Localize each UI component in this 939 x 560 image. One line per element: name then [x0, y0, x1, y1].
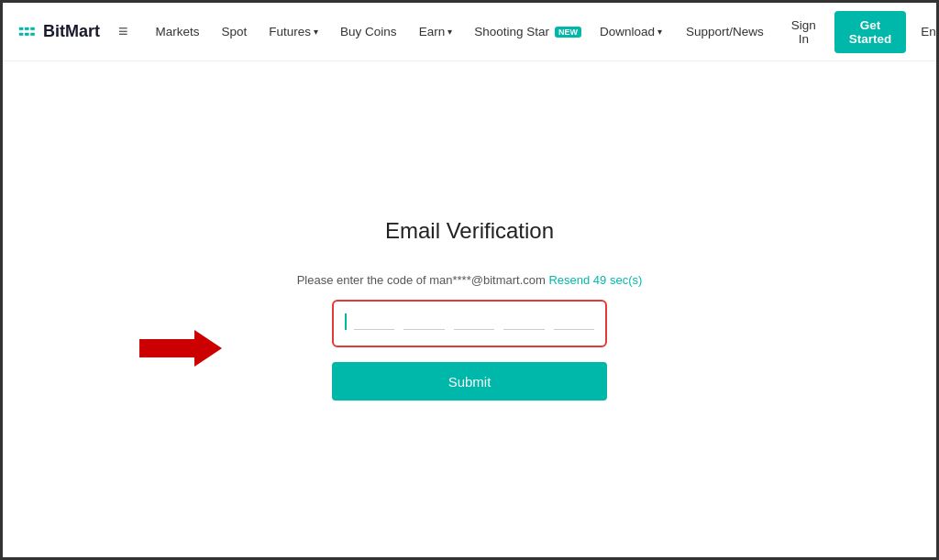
nav-item-earn[interactable]: Earn ▾	[410, 19, 462, 44]
code-dash-5	[554, 329, 594, 330]
language-selector[interactable]: English ▾	[911, 19, 939, 44]
navbar: 𝌅 BitMart ≡ Markets Spot Futures ▾ Buy C…	[3, 3, 936, 61]
cursor-indicator	[345, 313, 347, 330]
earn-chevron-icon: ▾	[447, 27, 452, 37]
hamburger-icon[interactable]: ≡	[118, 22, 128, 41]
verification-card: Email Verification Please enter the code…	[240, 218, 699, 401]
code-dash-2	[403, 329, 444, 330]
code-dash-3	[454, 329, 494, 330]
submit-button[interactable]: Submit	[332, 362, 607, 401]
logo-area: 𝌅 BitMart	[17, 20, 100, 44]
code-dash-4	[503, 329, 544, 330]
futures-chevron-icon: ▾	[314, 27, 318, 37]
code-input-inner	[345, 313, 594, 334]
instruction-text: Please enter the code of man****@bitmart…	[297, 273, 643, 287]
nav-item-futures[interactable]: Futures ▾	[260, 19, 327, 44]
download-chevron-icon: ▾	[657, 27, 662, 37]
nav-item-support[interactable]: Support/News	[677, 19, 773, 44]
main-content: Email Verification Please enter the code…	[3, 61, 936, 557]
nav-item-buy-coins[interactable]: Buy Coins	[331, 19, 406, 44]
nav-right: Download ▾ Support/News Sign In Get Star…	[591, 11, 939, 53]
code-dash-1	[354, 329, 394, 330]
get-started-button[interactable]: Get Started	[834, 11, 907, 53]
new-badge: NEW	[555, 27, 581, 38]
page-title: Email Verification	[385, 218, 554, 244]
nav-item-download[interactable]: Download ▾	[591, 19, 671, 44]
bitmart-logo-icon: 𝌅	[17, 20, 36, 44]
resend-link[interactable]: Resend 49 sec(s)	[548, 273, 642, 287]
code-input-box[interactable]	[332, 300, 607, 347]
nav-links: Markets Spot Futures ▾ Buy Coins Earn ▾ …	[147, 19, 591, 44]
code-dashes	[354, 329, 594, 330]
nav-item-shooting-star[interactable]: Shooting Star NEW	[465, 19, 591, 44]
sign-in-button[interactable]: Sign In	[779, 12, 829, 52]
logo-text[interactable]: BitMart	[43, 22, 100, 41]
red-arrow-icon	[139, 328, 222, 375]
nav-item-spot[interactable]: Spot	[213, 19, 257, 44]
nav-item-markets[interactable]: Markets	[147, 19, 209, 44]
svg-marker-0	[139, 330, 222, 367]
